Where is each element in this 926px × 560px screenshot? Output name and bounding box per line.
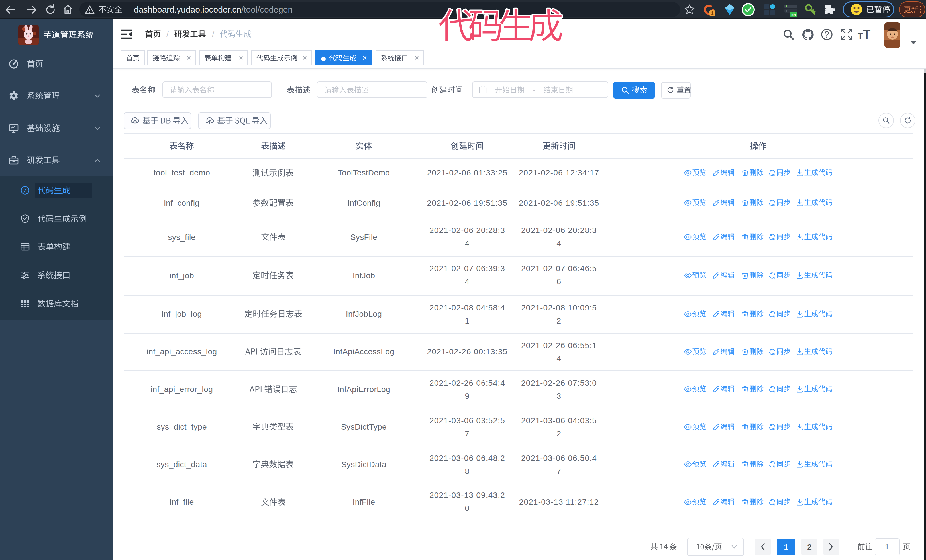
svg-text:on: on	[791, 12, 796, 17]
svg-text:1: 1	[711, 11, 713, 16]
